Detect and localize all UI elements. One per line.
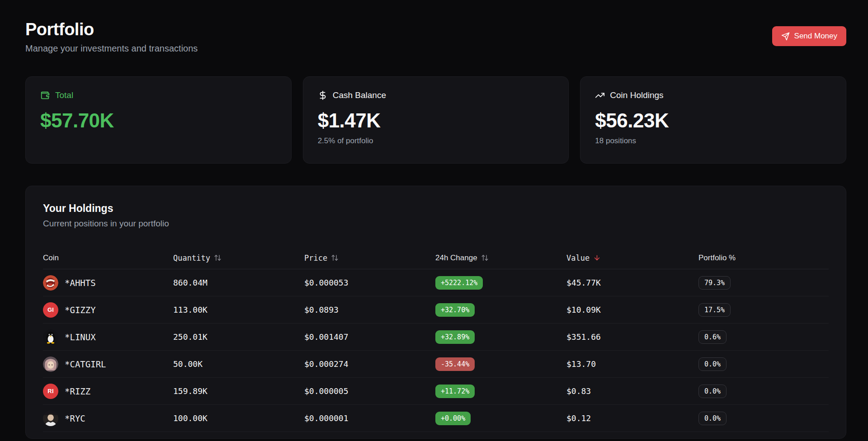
dollar-icon [318,90,328,100]
portfolio-pct-pill: 17.5% [698,303,731,317]
change-badge: -35.44% [435,357,475,371]
penguin-avatar [43,329,58,345]
sort-arrows-icon [331,254,339,262]
stats-grid: Total $57.70K Cash Balance $1.47K 2.5% o… [25,76,846,164]
wallet-icon [40,90,50,100]
initials-avatar: GI [43,302,58,318]
quantity-cell: 159.89K [173,386,304,396]
value-cell: $351.66 [566,332,698,342]
coin-cell: RI *RIZZ [43,384,173,399]
page-header: Portfolio Manage your investments and tr… [25,20,846,54]
holdings-table-row[interactable]: RI *RIZZ 159.89K $0.000005 +11.72% $0.83… [43,378,829,405]
price-cell: $0.0893 [304,305,435,314]
quantity-cell: 100.00K [173,413,304,423]
change-badge: +32.89% [435,330,475,344]
price-cell: $0.000053 [304,278,435,287]
holdings-subtitle: Current positions in your portfolio [43,219,829,229]
holdings-table-row[interactable]: *CATGIRL 50.00K $0.000274 -35.44% $13.70… [43,351,829,378]
holdings-title: Your Holdings [43,202,829,215]
change-badge: +5222.12% [435,276,483,290]
value-cell: $0.83 [566,386,698,396]
coin-ticker: *RIZZ [65,386,90,396]
quantity-cell: 50.00K [173,359,304,369]
coin-ticker: *RYC [65,413,85,423]
column-header-quantity[interactable]: Quantity [173,253,304,263]
coin-cell: *AHHTS [43,275,173,291]
quantity-cell: 250.01K [173,332,304,342]
coin-cell: *CATGIRL [43,357,173,372]
anime-girl-avatar [43,357,58,372]
sort-descending-icon [593,254,601,262]
quantity-cell: 113.00K [173,305,304,314]
total-card: Total $57.70K [25,76,292,164]
send-icon [781,32,790,41]
price-cell: $0.001407 [304,332,435,342]
coin-holdings-value: $56.23K [595,109,831,132]
quantity-cell: 860.04M [173,278,304,287]
trending-up-icon [595,90,605,100]
portfolio-pct-pill: 0.0% [698,385,726,398]
price-cell: $0.000005 [304,386,435,396]
coin-cell: *RYC [43,411,173,426]
portfolio-pct-pill: 0.0% [698,357,726,371]
coin-holdings-label: Coin Holdings [610,90,663,100]
coin-ticker: *AHHTS [65,278,96,288]
coin-holdings-subtext: 18 positions [595,136,831,145]
portfolio-pct-pill: 0.6% [698,330,726,344]
screaming-mouth-avatar [43,275,58,291]
total-value: $57.70K [40,109,277,132]
holdings-table-row[interactable]: *LINUX 250.01K $0.001407 +32.89% $351.66… [43,324,829,351]
change-badge: +11.72% [435,385,475,398]
column-header-value[interactable]: Value [566,253,698,263]
send-money-label: Send Money [794,32,837,41]
initials-avatar: RI [43,384,58,399]
coin-holdings-card: Coin Holdings $56.23K 18 positions [580,76,846,164]
holdings-table-row[interactable]: GI *GIZZY 113.00K $0.0893 +32.70% $10.09… [43,296,829,324]
column-header-portfolio-pct: Portfolio % [698,253,829,263]
holdings-table-row[interactable]: *RYC 100.00K $0.000001 +0.00% $0.12 0.0% [43,405,829,432]
cash-balance-label: Cash Balance [333,90,386,100]
cash-balance-card: Cash Balance $1.47K 2.5% of portfolio [303,76,569,164]
cash-balance-value: $1.47K [318,109,554,132]
coin-ticker: *CATGIRL [65,359,106,369]
holdings-table-body: *AHHTS 860.04M $0.000053 +5222.12% $45.7… [43,269,829,432]
portfolio-pct-pill: 0.0% [698,412,726,425]
coin-cell: *LINUX [43,329,173,345]
coin-ticker: *GIZZY [65,305,96,315]
price-cell: $0.000001 [304,413,435,423]
sort-arrows-icon [481,254,489,262]
column-header-coin: Coin [43,253,173,263]
value-cell: $45.77K [566,278,698,287]
cash-balance-subtext: 2.5% of portfolio [318,136,554,145]
portfolio-pct-pill: 79.3% [698,276,731,290]
column-header-price[interactable]: Price [304,253,435,263]
holdings-card: Your Holdings Current positions in your … [25,186,846,439]
price-cell: $0.000274 [304,359,435,369]
photo-man-avatar [43,411,58,426]
column-header-change[interactable]: 24h Change [435,253,566,263]
holdings-table-header: Coin Quantity Price 24h Change Value [43,247,829,269]
total-label: Total [55,90,73,100]
sort-arrows-icon [214,254,222,262]
page-subtitle: Manage your investments and transactions [25,43,198,54]
value-cell: $13.70 [566,359,698,369]
value-cell: $10.09K [566,305,698,314]
value-cell: $0.12 [566,413,698,423]
holdings-table-row[interactable]: *AHHTS 860.04M $0.000053 +5222.12% $45.7… [43,269,829,296]
change-badge: +0.00% [435,412,471,425]
send-money-button[interactable]: Send Money [772,26,846,46]
change-badge: +32.70% [435,303,475,317]
coin-cell: GI *GIZZY [43,302,173,318]
coin-ticker: *LINUX [65,332,96,342]
page-title: Portfolio [25,20,198,39]
